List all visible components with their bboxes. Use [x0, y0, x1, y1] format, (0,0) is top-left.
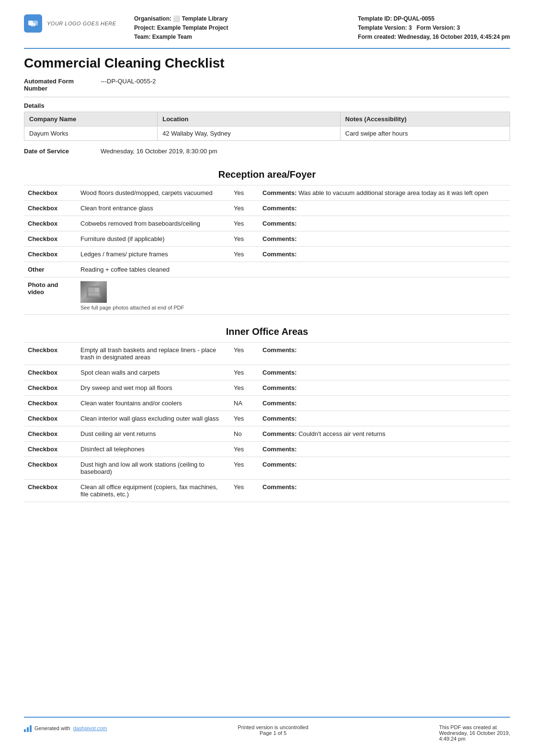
template-id-label: Template ID: — [358, 15, 392, 22]
checklist-row: Checkbox Cobwebs removed from baseboards… — [24, 216, 510, 231]
header-meta: Organisation: ⬜ Template Library Project… — [134, 14, 358, 42]
row-comments: Comments: — [259, 457, 510, 479]
footer: Generated with dashpivot.com Printed ver… — [24, 717, 510, 742]
row-type: Checkbox — [24, 380, 77, 395]
project-line: Project: Example Template Project — [134, 23, 358, 33]
row-desc: Clean interior wall glass excluding oute… — [77, 411, 230, 426]
row-desc: Furniture dusted (if applicable) — [77, 231, 230, 246]
date-of-service-row: Date of Service Wednesday, 16 October 20… — [24, 148, 510, 155]
row-desc: Dry sweep and wet mop all floors — [77, 380, 230, 395]
footer-middle: Printed version is uncontrolledPage 1 of… — [238, 724, 308, 736]
form-version-label: Form Version: — [417, 24, 455, 31]
photo-type-label: Photo and video — [24, 277, 77, 314]
form-version-value: 3 — [457, 24, 460, 31]
form-created-line: Form created: Wednesday, 16 October 2019… — [358, 33, 510, 42]
dashpivot-icon — [24, 724, 32, 732]
row-type: Checkbox — [24, 246, 77, 262]
form-number-label: Automated FormNumber — [24, 78, 101, 92]
row-type: Checkbox — [24, 411, 77, 426]
col-header-notes: Notes (Accessibility) — [340, 112, 510, 126]
col-header-company: Company Name — [24, 112, 158, 126]
version-line: Template Version: 3 Form Version: 3 — [358, 23, 510, 33]
dashpivot-link[interactable]: dashpivot.com — [73, 725, 107, 731]
row-desc: Clean all office equipment (copiers, fax… — [77, 479, 230, 502]
details-table: Company Name Location Notes (Accessibili… — [24, 112, 510, 141]
row-value: Yes — [230, 479, 259, 502]
photo-caption: See full page photos attached at end of … — [80, 305, 506, 310]
row-value: No — [230, 426, 259, 441]
row-comments — [259, 262, 510, 277]
row-desc: Empty all trash baskets and replace line… — [77, 342, 230, 365]
row-type: Checkbox — [24, 395, 77, 411]
row-desc: Ledges / frames/ picture frames — [77, 246, 230, 262]
row-desc: Dust high and low all work stations (cei… — [77, 457, 230, 479]
row-type: Checkbox — [24, 216, 77, 231]
row-desc: Reading + coffee tables cleaned — [77, 262, 230, 277]
checklist-row: Other Reading + coffee tables cleaned — [24, 262, 510, 277]
row-type: Checkbox — [24, 426, 77, 441]
row-desc: Cobwebs removed from baseboards/ceiling — [77, 216, 230, 231]
checklist-row: Checkbox Ledges / frames/ picture frames… — [24, 246, 510, 262]
row-comments: Comments: — [259, 246, 510, 262]
generated-text: Generated with — [34, 725, 70, 731]
checklist-row: Checkbox Dust high and low all work stat… — [24, 457, 510, 479]
row-type: Checkbox — [24, 185, 77, 200]
header-right: Template ID: DP-QUAL-0055 Template Versi… — [358, 14, 510, 42]
row-comments: Comments: — [259, 200, 510, 216]
checklist-row: Checkbox Clean water fountains and/or co… — [24, 395, 510, 411]
logo-icon — [24, 14, 42, 33]
template-id-line: Template ID: DP-QUAL-0055 — [358, 14, 510, 23]
row-comments: Comments: — [259, 395, 510, 411]
col-header-location: Location — [158, 112, 341, 126]
section2-heading: Inner Office Areas — [24, 326, 510, 337]
row-value: Yes — [230, 457, 259, 479]
row-type: Checkbox — [24, 231, 77, 246]
checklist-row: Checkbox Disinfect all telephones Yes Co… — [24, 441, 510, 457]
row-comments: Comments: Couldn't access air vent retur… — [259, 426, 510, 441]
photo-row: Photo and video See full page photos att… — [24, 277, 510, 314]
svg-rect-7 — [89, 293, 99, 296]
checklist-row: Checkbox Dry sweep and wet mop all floor… — [24, 380, 510, 395]
org-label: Organisation: — [134, 15, 171, 22]
footer-generated: Generated with dashpivot.com — [24, 724, 107, 732]
checklist-row: Checkbox Clean front entrance glass Yes … — [24, 200, 510, 216]
checklist-row: Checkbox Clean all office equipment (cop… — [24, 479, 510, 502]
row-type: Checkbox — [24, 365, 77, 380]
svg-rect-5 — [89, 288, 94, 292]
form-number-row: Automated FormNumber ---DP-QUAL-0055-2 — [24, 78, 510, 92]
section1-checklist: Checkbox Wood floors dusted/mopped, carp… — [24, 185, 510, 315]
section2-checklist: Checkbox Empty all trash baskets and rep… — [24, 342, 510, 502]
section1-heading: Reception area/Foyer — [24, 169, 510, 180]
checklist-row: Checkbox Dust ceiling air vent returns N… — [24, 426, 510, 441]
row-comments: Comments: — [259, 216, 510, 231]
row-type: Checkbox — [24, 441, 77, 457]
row-value: Yes — [230, 231, 259, 246]
team-label: Team: — [134, 34, 150, 40]
org-value: ⬜ Template Library — [173, 15, 227, 22]
footer-right: This PDF was created atWednesday, 16 Oct… — [439, 724, 510, 742]
team-value: Example Team — [152, 34, 192, 40]
row-type: Checkbox — [24, 457, 77, 479]
page: YOUR LOGO GOES HERE Organisation: ⬜ Temp… — [0, 0, 534, 756]
row-value: Yes — [230, 216, 259, 231]
row-value: Yes — [230, 342, 259, 365]
svg-rect-2 — [31, 23, 35, 26]
form-number-value: ---DP-QUAL-0055-2 — [101, 78, 156, 92]
team-line: Team: Example Team — [134, 33, 358, 42]
checklist-row: Checkbox Clean interior wall glass exclu… — [24, 411, 510, 426]
checklist-row: Checkbox Spot clean walls and carpets Ye… — [24, 365, 510, 380]
project-label: Project: — [134, 24, 156, 31]
row-comments: Comments: — [259, 479, 510, 502]
form-created-value: Wednesday, 16 October 2019, 4:45:24 pm — [398, 34, 510, 40]
row-type: Checkbox — [24, 479, 77, 502]
checklist-row: Checkbox Wood floors dusted/mopped, carp… — [24, 185, 510, 200]
row-value: Yes — [230, 441, 259, 457]
row-comments: Comments: — [259, 342, 510, 365]
doc-title: Commercial Cleaning Checklist — [24, 56, 510, 71]
row-value: Yes — [230, 200, 259, 216]
row-desc: Clean water fountains and/or coolers — [77, 395, 230, 411]
row-desc: Clean front entrance glass — [77, 200, 230, 216]
row-value: Yes — [230, 246, 259, 262]
row-value: NA — [230, 395, 259, 411]
row-value: Yes — [230, 380, 259, 395]
